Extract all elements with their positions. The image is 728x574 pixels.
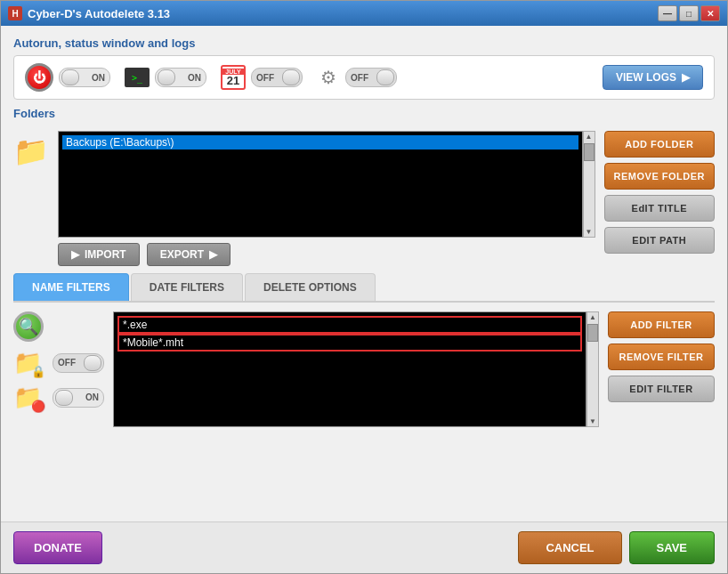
folders-body: 📁 Backups (E:\Backups\) ▲ ▼ [13,131,715,266]
scroll-thumb[interactable] [584,143,595,161]
folder-lock-row: 📁 🔒 OFF [13,349,104,376]
tab-content: 🔍 📁 🔒 OFF 📁 [13,303,715,511]
maximize-button[interactable]: □ [679,5,699,21]
edit-title-button[interactable]: EdIT TITLE [604,195,715,222]
close-button[interactable]: ✕ [700,5,720,21]
bottom-bar: DONATE CANCEL SAVE [1,521,727,573]
filter-left-icons: 🔍 📁 🔒 OFF 📁 [13,311,104,411]
main-window: H Cyber-D's Autodelete 3.13 — □ ✕ Autoru… [0,0,728,574]
toggle-knob [61,69,79,85]
folder-list-container: Backups (E:\Backups\) ▲ ▼ ▶ IMPORT [58,131,595,266]
filter-item-mht[interactable]: *Mobile*.mht [117,334,582,352]
cal-day: 21 [227,75,239,86]
remove-filter-button[interactable]: REMOVE FILTER [608,344,715,370]
scroll-down-arrow[interactable]: ▼ [585,227,594,237]
import-export-row: ▶ IMPORT EXPORT ▶ [58,243,595,266]
folder-warning-toggle[interactable]: ON [53,388,104,408]
view-logs-button[interactable]: VIEW LOGS ▶ [603,65,703,90]
bottom-right-buttons: CANCEL SAVE [518,531,715,564]
export-button[interactable]: EXPORT ▶ [147,243,231,266]
filter-item-exe[interactable]: *.exe [117,316,582,334]
power-toggle-group: ⏻ ON [25,63,110,92]
main-content: Autorun, status window and logs ⏻ ON >_ … [1,26,727,521]
toggle-knob-6 [55,390,73,406]
tabs-header: NAME FILTERS DATE FILTERS DELETE OPTIONS [13,273,715,303]
folder-warning-row: 📁 🔴 ON [13,384,104,411]
folder-right-buttons: ADD FOLDER REMOVE FOLDER EdIT TITLE EDIT… [604,131,715,254]
edit-path-button[interactable]: EDIT PATH [604,227,715,254]
terminal-icon: >_ [125,68,150,87]
title-bar-left: H Cyber-D's Autodelete 3.13 [8,6,170,20]
donate-button[interactable]: DONATE [13,531,102,564]
app-icon: H [8,6,22,20]
calendar-toggle-group: JULY 21 OFF [221,65,303,90]
terminal-toggle-label: ON [188,73,201,83]
import-button[interactable]: ▶ IMPORT [58,243,140,266]
folder-item[interactable]: Backups (E:\Backups\) [62,135,578,150]
scroll-up-arrow[interactable]: ▲ [585,132,594,141]
folders-title: Folders [13,107,715,120]
power-button[interactable]: ⏻ [25,63,53,92]
terminal-toggle[interactable]: ON [155,68,206,87]
folders-section: Folders 📁 Backups (E:\Backups\) ▲ [13,107,715,266]
import-arrow-icon: ▶ [71,248,79,261]
folder-lock-toggle-label: OFF [58,358,76,368]
remove-folder-button[interactable]: REMOVE FOLDER [604,163,715,190]
terminal-toggle-group: >_ ON [125,68,206,87]
folder-scrollbar[interactable]: ▲ ▼ [583,131,595,238]
filter-list-with-scroll: *.exe *Mobile*.mht ▲ ▼ [113,311,599,427]
folder-warning-icon: 📁 🔴 [13,384,42,411]
toggle-knob-3 [282,69,300,85]
autorun-bar: ⏻ ON >_ ON JULY [13,55,715,100]
tab-name-filters[interactable]: NAME FILTERS [13,273,129,301]
gear-toggle-group: ⚙ OFF [317,66,397,89]
tabs-section: NAME FILTERS DATE FILTERS DELETE OPTIONS… [13,273,715,511]
gear-icon: ⚙ [317,66,340,89]
edit-filter-button[interactable]: EDIT FILTER [608,376,715,402]
power-toggle[interactable]: ON [59,68,110,87]
filter-list[interactable]: *.exe *Mobile*.mht [113,311,586,427]
calendar-toggle-label: OFF [256,73,274,83]
export-arrow-icon: ▶ [209,248,217,261]
folder-lock-icon: 📁 🔒 [13,349,42,376]
calendar-toggle[interactable]: OFF [251,68,303,87]
search-icon: 🔍 [13,311,44,342]
autorun-section: Autorun, status window and logs ⏻ ON >_ … [13,36,715,100]
folder-lock-toggle[interactable]: OFF [53,353,104,373]
folder-warning-toggle-label: ON [85,392,99,402]
search-row: 🔍 [13,311,104,342]
filter-scroll-up[interactable]: ▲ [588,312,597,322]
calendar-icon: JULY 21 [221,65,246,90]
window-title: Cyber-D's Autodelete 3.13 [28,7,170,20]
add-filter-button[interactable]: ADD FILTER [608,311,715,338]
cancel-button[interactable]: CANCEL [518,531,621,564]
tab-delete-options[interactable]: DELETE OPTIONS [245,273,376,301]
filter-scroll-thumb[interactable] [587,324,598,342]
toggle-knob-2 [158,69,175,85]
filter-scrollbar[interactable]: ▲ ▼ [586,311,599,427]
arrow-right-icon: ▶ [682,71,690,84]
lock-badge: 🔒 [31,365,45,378]
minimize-button[interactable]: — [658,5,677,21]
filter-scroll-down[interactable]: ▼ [588,416,597,426]
power-toggle-label: ON [92,73,105,83]
title-bar: H Cyber-D's Autodelete 3.13 — □ ✕ [1,1,727,26]
folder-icon: 📁 [13,134,49,168]
filter-right-buttons: ADD FILTER REMOVE FILTER EDIT FILTER [608,311,715,402]
add-folder-button[interactable]: ADD FOLDER [604,131,715,158]
tab-date-filters[interactable]: DATE FILTERS [131,273,243,301]
save-button[interactable]: SAVE [629,531,715,564]
toggle-knob-5 [84,355,101,371]
title-bar-controls: — □ ✕ [658,5,720,21]
toggle-knob-4 [376,69,394,85]
folder-list[interactable]: Backups (E:\Backups\) [58,131,583,238]
autorun-title: Autorun, status window and logs [13,36,715,50]
gear-toggle[interactable]: OFF [345,68,397,87]
filter-list-container: *.exe *Mobile*.mht ▲ ▼ [113,311,599,427]
gear-toggle-label: OFF [351,73,368,83]
warning-badge: 🔴 [31,400,45,413]
folder-list-with-scroll: Backups (E:\Backups\) ▲ ▼ [58,131,595,238]
